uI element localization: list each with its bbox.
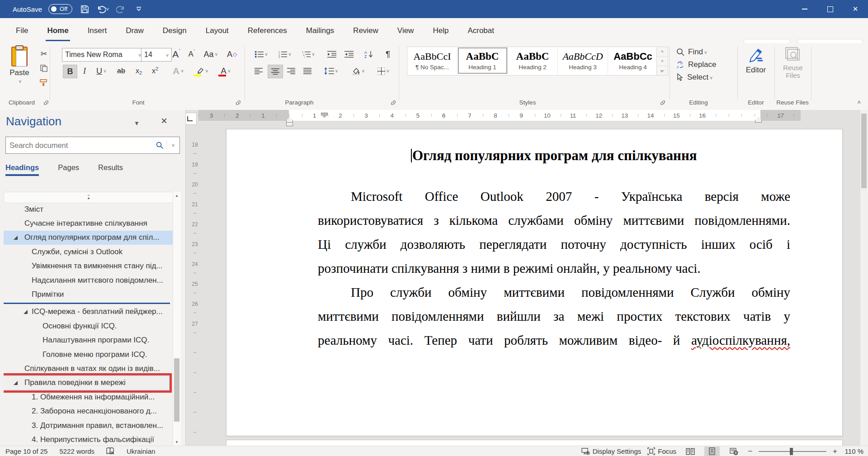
styles-gallery-expand-icon[interactable]: ⚊˅ (657, 66, 668, 75)
navigation-close-icon[interactable]: × (161, 114, 167, 127)
sort-icon[interactable]: AZ (361, 48, 378, 61)
underline-button[interactable]: U (92, 65, 111, 77)
nav-heading-item[interactable]: Основні функції ICQ. (4, 319, 173, 333)
select-button[interactable]: Select (676, 72, 712, 83)
nav-heading-item[interactable]: Налаштування програми ICQ. (4, 333, 173, 347)
page-indicator[interactable]: Page 10 of 25 (5, 447, 47, 455)
styles-dialog-launcher-icon[interactable] (660, 99, 666, 105)
nav-scroll-thumb[interactable] (174, 358, 179, 422)
paragraph-dialog-launcher-icon[interactable] (391, 99, 397, 105)
search-input[interactable] (6, 141, 153, 150)
nav-scrollbar[interactable]: ▴ ▾ (173, 192, 181, 446)
shrink-font-icon[interactable]: Aˇ (184, 48, 199, 61)
grow-font-icon[interactable]: Aˆ (169, 48, 184, 61)
font-size-combo[interactable]: 14 (141, 48, 172, 62)
ribbon-tab[interactable]: Layout (196, 18, 238, 43)
shading-icon[interactable] (347, 65, 369, 77)
change-case-icon[interactable]: Aa (202, 48, 220, 61)
style-card[interactable]: AaBbCcI ¶ No Spac... (407, 47, 458, 74)
ribbon-tab[interactable]: Insert (78, 18, 117, 43)
document-text[interactable]: Огляд популярних програм для спілкування… (318, 129, 790, 352)
zoom-in-button[interactable]: + (833, 447, 837, 456)
paste-button[interactable]: Paste (5, 47, 33, 94)
ribbon-tab[interactable]: References (238, 18, 297, 43)
decrease-indent-icon[interactable] (324, 48, 340, 61)
minimize-button[interactable] (792, 0, 817, 18)
document-page[interactable]: Огляд популярних програм для спілкування… (226, 129, 843, 436)
styles-scroll-up-icon[interactable]: ˄ (657, 47, 668, 57)
ribbon-tab[interactable]: File (6, 18, 38, 43)
ribbon-tab[interactable]: View (388, 18, 424, 43)
borders-icon[interactable] (373, 65, 394, 77)
customize-qat-icon[interactable] (133, 3, 145, 15)
collapse-ribbon-icon[interactable]: ˄ (857, 99, 861, 106)
navigation-tab[interactable]: Pages (58, 163, 79, 176)
show-paragraph-marks-icon[interactable]: ¶ (381, 48, 395, 61)
nav-heading-item[interactable]: ICQ-мережа - безплатний пейджер... (4, 305, 173, 319)
ribbon-tab[interactable]: Design (153, 18, 196, 43)
style-card[interactable]: AaBbC Heading 1 (458, 47, 508, 74)
document-scroll-thumb[interactable] (861, 114, 867, 188)
clipboard-dialog-launcher-icon[interactable] (43, 99, 50, 105)
zoom-out-button[interactable]: − (748, 447, 752, 456)
superscript-button[interactable]: x2 (148, 65, 162, 77)
nav-scroll-down-icon[interactable]: ▾ (173, 440, 180, 444)
text-effects-icon[interactable]: A (168, 65, 188, 77)
ribbon-tab[interactable]: Draw (116, 18, 153, 43)
format-painter-icon[interactable] (38, 76, 50, 89)
navigation-tab[interactable]: Headings (5, 163, 39, 176)
strikethrough-button[interactable]: ab (113, 65, 129, 77)
align-center-icon[interactable] (268, 65, 283, 78)
ribbon-tab[interactable]: Home (38, 18, 78, 43)
styles-scroll-down-icon[interactable]: ˅ (657, 57, 668, 66)
collapse-triangle-icon[interactable] (14, 381, 18, 385)
align-left-icon[interactable] (251, 65, 266, 77)
tab-selector[interactable] (186, 113, 197, 125)
nav-heading-item[interactable]: 1. Обмеження на інформаційний... (4, 390, 173, 404)
increase-indent-icon[interactable] (341, 48, 357, 61)
line-spacing-icon[interactable] (320, 65, 342, 77)
nav-heading-item[interactable]: 2. Заборона несанкціонованого д... (4, 404, 173, 418)
align-right-icon[interactable] (284, 65, 298, 77)
font-name-combo[interactable]: Times New Roma (62, 48, 144, 62)
ribbon-tab[interactable]: Mailings (297, 18, 344, 43)
display-settings-button[interactable]: Display Settings (581, 447, 642, 455)
nav-heading-item[interactable]: Спілкування в чатах як один із видів... (4, 361, 173, 375)
style-card[interactable]: AaBbC Heading 2 (508, 47, 558, 74)
nav-heading-item[interactable]: Сучасне інтерактивне спілкування (4, 216, 173, 230)
print-layout-button[interactable] (704, 446, 720, 456)
nav-heading-item[interactable]: Служби, сумісні з Outlook (4, 245, 173, 259)
nav-heading-item[interactable]: 4. Неприпустимість фальсифікації (4, 432, 173, 446)
copy-icon[interactable] (38, 62, 50, 75)
highlight-color-icon[interactable] (192, 65, 212, 77)
focus-button[interactable]: Focus (647, 447, 676, 455)
justify-icon[interactable] (300, 65, 315, 77)
language-indicator[interactable]: Ukrainian (127, 447, 155, 455)
autosave-toggle[interactable]: Off (48, 4, 72, 14)
undo-icon[interactable]: ˅ (97, 3, 108, 15)
nav-heading-item[interactable]: Зміст (4, 202, 173, 216)
nav-heading-item[interactable]: Правила поведінки в мережі (4, 376, 169, 390)
zoom-slider[interactable] (759, 451, 826, 452)
search-icon[interactable] (153, 142, 166, 149)
left-indent-marker[interactable] (286, 122, 293, 126)
bold-button[interactable]: B (63, 65, 77, 78)
italic-button[interactable]: I (78, 65, 91, 77)
ribbon-tab[interactable]: Acrobat (458, 18, 504, 43)
ribbon-tab[interactable]: Review (344, 18, 388, 43)
style-card[interactable]: AaBbCc Heading 4 (608, 47, 658, 74)
undo-caret-icon[interactable]: ˅ (106, 6, 108, 12)
nav-heading-item[interactable]: 3. Дотримання правил, встановлен... (4, 418, 173, 432)
font-color-icon[interactable]: A (216, 65, 235, 77)
collapse-triangle-icon[interactable] (24, 310, 28, 314)
zoom-level[interactable]: 110 % (844, 447, 863, 455)
word-count[interactable]: 5222 words (59, 447, 94, 455)
collapse-triangle-icon[interactable] (14, 236, 18, 240)
bullets-icon[interactable] (251, 48, 271, 61)
nav-heading-item[interactable]: Головне меню програми ICQ. (4, 347, 173, 361)
search-options-caret-icon[interactable]: ˅ (166, 140, 179, 150)
read-mode-button[interactable] (683, 446, 698, 456)
close-button[interactable]: ✕ (843, 0, 868, 18)
maximize-button[interactable] (817, 0, 843, 18)
style-card[interactable]: AaBbCcD Heading 3 (558, 47, 608, 74)
